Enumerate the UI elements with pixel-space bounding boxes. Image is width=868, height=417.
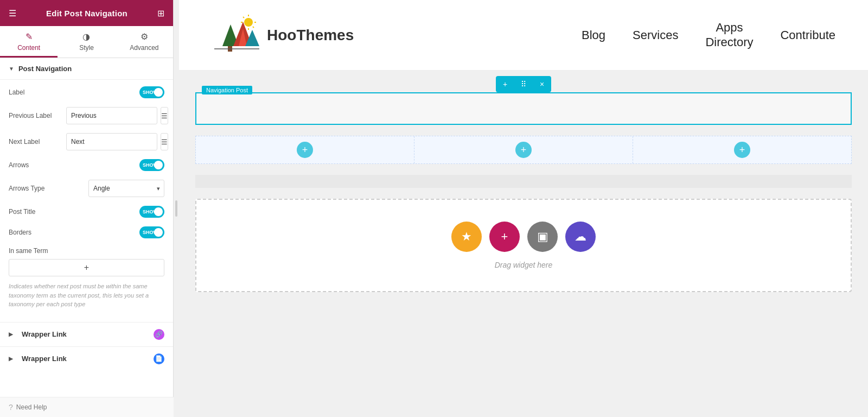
panel-header: ☰ Edit Post Navigation ⊞: [0, 0, 173, 26]
nav-post-section: Navigation Post: [195, 92, 852, 125]
add-column-2[interactable]: +: [515, 142, 532, 158]
section-divider: [195, 175, 852, 188]
widget-icon-folder[interactable]: ▣: [527, 222, 558, 252]
in-same-term-hint: Indicates whether next post must be with…: [9, 282, 164, 309]
widget-icon-add[interactable]: +: [489, 222, 520, 252]
content-area: + ⠿ × Navigation Post + + + ★ +: [179, 71, 868, 417]
post-title-row: Post Title SHOW: [9, 206, 164, 218]
next-label-row: Next Label ☰: [9, 133, 164, 150]
previous-label-input[interactable]: [66, 107, 157, 124]
content-tab-icon: ✎: [25, 31, 33, 42]
toolbar-close-btn[interactable]: ×: [533, 76, 551, 92]
toolbar-add-btn[interactable]: +: [496, 76, 514, 92]
nav-link-apps-directory[interactable]: AppsDirectory: [705, 21, 753, 49]
style-tab-label: Style: [79, 44, 94, 52]
previous-label-icon-btn[interactable]: ☰: [161, 107, 168, 124]
hamburger-icon[interactable]: ☰: [9, 8, 16, 18]
wrapper-link-arrow-1: ▶: [9, 331, 13, 337]
panel-title: Edit Post Navigation: [46, 9, 127, 18]
wrapper-link-badge-1: 🔗: [154, 329, 164, 340]
label-toggle-wrapper: SHOW: [139, 86, 164, 98]
logo-text: HooThemes: [267, 27, 354, 44]
arrows-toggle[interactable]: SHOW: [139, 159, 164, 171]
panel-content: ▼ Post Navigation Label SHOW Previous La…: [0, 58, 173, 417]
label-toggle-knob: [154, 88, 163, 97]
in-same-term-section: In same Term + Indicates whether next po…: [9, 247, 164, 309]
tab-content[interactable]: ✎ Content: [0, 26, 58, 58]
arrows-toggle-knob: [154, 161, 163, 169]
advanced-tab-label: Advanced: [130, 44, 158, 52]
wrapper-link-label-2: Wrapper Link: [22, 355, 67, 363]
nav-post-label-tag: Navigation Post: [202, 86, 252, 94]
tab-advanced[interactable]: ⚙ Advanced: [116, 26, 173, 58]
wrapper-link-header-2[interactable]: ▶ Wrapper Link 📄: [0, 347, 173, 371]
label-field-label: Label: [9, 89, 24, 96]
need-help-label: Need Help: [16, 403, 47, 411]
nav-link-blog[interactable]: Blog: [582, 28, 605, 42]
svg-point-5: [244, 18, 253, 27]
in-same-term-label: In same Term: [9, 247, 164, 255]
next-label-input[interactable]: [66, 133, 157, 150]
wrapper-link-left-2: ▶ Wrapper Link: [9, 355, 67, 363]
section-label: Post Navigation: [18, 65, 72, 73]
resize-handle[interactable]: [174, 0, 179, 417]
borders-toggle-knob: [154, 228, 163, 237]
arrows-type-row: Arrows Type Angle Arrow Chevron: [9, 180, 164, 197]
previous-label-field-label: Previous Label: [9, 112, 63, 119]
label-toggle[interactable]: SHOW: [139, 86, 164, 98]
post-title-toggle-knob: [154, 207, 163, 216]
tab-style[interactable]: ◑ Style: [58, 26, 115, 58]
column-cell-2[interactable]: +: [414, 136, 633, 163]
wrapper-link-section-2: ▶ Wrapper Link 📄: [0, 346, 173, 371]
next-label-field-label: Next Label: [9, 138, 63, 146]
post-title-label: Post Title: [9, 208, 35, 216]
logo-area: HooThemes: [212, 14, 354, 57]
next-label-icon-btn[interactable]: ☰: [161, 133, 168, 150]
drag-hint: Drag widget here: [495, 261, 553, 269]
svg-line-10: [243, 17, 244, 18]
main-area: HooThemes Blog Services AppsDirectory Co…: [179, 0, 868, 417]
nav-links: Blog Services AppsDirectory Contribute: [582, 21, 835, 49]
left-panel: ☰ Edit Post Navigation ⊞ ✎ Content ◑ Sty…: [0, 0, 174, 417]
wrapper-link-header-1[interactable]: ▶ Wrapper Link 🔗: [0, 323, 173, 346]
drag-widget-area: ★ + ▣ ☁ Drag widget here: [195, 199, 852, 292]
nav-link-contribute[interactable]: Contribute: [780, 28, 835, 42]
svg-line-11: [253, 27, 254, 28]
wrapper-link-section-1: ▶ Wrapper Link 🔗: [0, 322, 173, 346]
wrapper-link-arrow-2: ▶: [9, 356, 13, 362]
column-cell-1[interactable]: +: [196, 136, 414, 163]
columns-row: + + +: [195, 136, 852, 164]
advanced-tab-icon: ⚙: [141, 31, 148, 42]
content-tab-label: Content: [17, 44, 40, 52]
widget-icon-star[interactable]: ★: [451, 222, 482, 252]
borders-label: Borders: [9, 229, 31, 236]
post-navigation-section-header[interactable]: ▼ Post Navigation: [0, 58, 173, 80]
nav-link-services[interactable]: Services: [633, 28, 678, 42]
arrows-type-select-wrapper: Angle Arrow Chevron: [88, 180, 164, 197]
widget-icon-cloud[interactable]: ☁: [565, 222, 596, 252]
post-title-toggle[interactable]: SHOW: [139, 206, 164, 218]
label-row: Label SHOW: [9, 86, 164, 98]
wrapper-link-label-1: Wrapper Link: [22, 330, 67, 338]
widget-icon-row: ★ + ▣ ☁: [451, 222, 596, 252]
panel-footer[interactable]: ? Need Help: [0, 397, 174, 417]
add-column-1[interactable]: +: [297, 142, 313, 158]
wrapper-link-left-1: ▶ Wrapper Link: [9, 330, 67, 338]
nav-bar: HooThemes Blog Services AppsDirectory Co…: [179, 0, 868, 71]
grid-icon[interactable]: ⊞: [157, 8, 164, 18]
panel-tabs: ✎ Content ◑ Style ⚙ Advanced: [0, 26, 173, 58]
resize-dot: [175, 200, 177, 217]
in-same-term-add-btn[interactable]: +: [9, 259, 164, 276]
logo-svg: [212, 14, 260, 57]
arrows-label: Arrows: [9, 161, 29, 169]
arrows-type-label: Arrows Type: [9, 185, 44, 192]
toolbar-move-btn[interactable]: ⠿: [514, 76, 533, 92]
column-cell-3[interactable]: +: [633, 136, 851, 163]
previous-label-row: Previous Label ☰: [9, 107, 164, 124]
widget-toolbar: + ⠿ ×: [496, 76, 551, 92]
borders-toggle[interactable]: SHOW: [139, 226, 164, 238]
borders-row: Borders SHOW: [9, 226, 164, 238]
help-icon: ?: [9, 403, 13, 412]
arrows-type-select[interactable]: Angle Arrow Chevron: [88, 180, 164, 197]
add-column-3[interactable]: +: [734, 142, 750, 158]
